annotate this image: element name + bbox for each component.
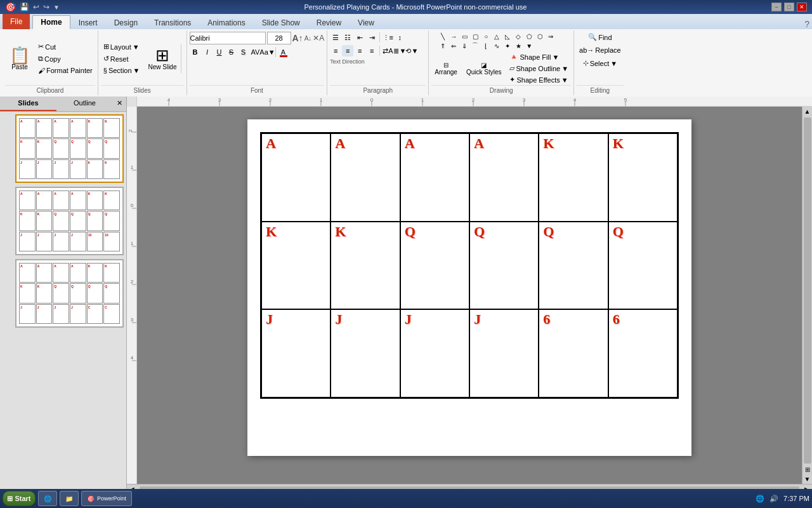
slides-tab[interactable]: Slides <box>0 97 56 111</box>
font-name-input[interactable] <box>190 32 266 44</box>
card-cell-r0c3[interactable]: A <box>469 133 539 222</box>
shape-line[interactable]: ╲ <box>438 32 448 41</box>
tab-animations[interactable]: Animations <box>199 15 253 29</box>
clear-format-btn[interactable]: ✕A <box>313 34 324 43</box>
card-cell-r1c2[interactable]: Q <box>400 222 469 310</box>
minimize-btn[interactable]: − <box>771 3 782 11</box>
tab-transitions[interactable]: Transitions <box>146 15 199 29</box>
indent-less-btn[interactable]: ⇤ <box>354 32 365 43</box>
quick-save[interactable]: 💾 <box>20 3 29 11</box>
shape-more[interactable]: ▼ <box>524 41 534 50</box>
line-spacing-btn[interactable]: ↕ <box>394 32 405 43</box>
tab-review[interactable]: Review <box>308 15 350 29</box>
redo-btn[interactable]: ↪ <box>43 3 49 11</box>
card-cell-r2c0[interactable]: J <box>261 309 331 398</box>
slide-thumb-1[interactable]: A A A A K K K K Q Q Q Q <box>15 114 124 183</box>
shadow-btn[interactable]: S <box>238 46 249 58</box>
shape-arrow5[interactable]: ⇓ <box>459 41 469 50</box>
indent-more-btn[interactable]: ⇥ <box>366 32 377 43</box>
card-cell-r1c5[interactable]: Q <box>608 222 678 310</box>
taskbar-powerpoint[interactable]: 🎯 PowerPoint <box>81 491 132 506</box>
outline-tab[interactable]: Outline <box>56 97 113 111</box>
canvas-scroll[interactable]: A A A A <box>137 107 802 484</box>
shape-hex[interactable]: ⬡ <box>535 32 545 41</box>
card-cell-r1c3[interactable]: Q <box>469 222 539 310</box>
slide-item-2[interactable]: 2 A A A A K K K K <box>3 187 124 255</box>
card-cell-r2c4[interactable]: 6 <box>539 309 608 398</box>
arrange-button[interactable]: ⊟ Arrange <box>431 60 461 77</box>
shape-rect[interactable]: ▭ <box>459 32 469 41</box>
text-direction-btn[interactable]: ⇄A <box>382 45 393 57</box>
font-color-btn[interactable]: A <box>278 46 289 58</box>
tab-insert[interactable]: Insert <box>70 15 106 29</box>
numbering-btn[interactable]: ☷ <box>342 32 353 43</box>
slide-thumb-3[interactable]: A A A A K K K K Q Q Q Q <box>15 259 124 328</box>
underline-btn[interactable]: U <box>214 46 225 58</box>
justify-btn[interactable]: ≡ <box>366 45 377 57</box>
scroll-down-btn[interactable]: ▼ <box>803 474 812 484</box>
card-cell-r0c0[interactable]: A <box>261 133 331 222</box>
card-cell-r0c5[interactable]: K <box>608 133 678 222</box>
shape-triangle[interactable]: △ <box>492 32 502 41</box>
scroll-up-btn[interactable]: ▲ <box>803 107 812 116</box>
shape-arrow4[interactable]: ⇐ <box>449 41 459 50</box>
shape-star5[interactable]: ★ <box>513 41 523 50</box>
align-right-btn[interactable]: ≡ <box>354 45 365 57</box>
scroll-thumb[interactable] <box>804 117 811 464</box>
replace-button[interactable]: ab→ Replace <box>577 45 624 55</box>
align-center-btn[interactable]: ≡ <box>342 45 353 57</box>
select-button[interactable]: ⊹ Select▼ <box>580 58 620 69</box>
right-scrollbar[interactable]: ▲ ⊞ ▼ <box>802 107 812 484</box>
slide-item-1[interactable]: 1 A A A A K K K K <box>3 114 124 183</box>
columns-btn[interactable]: ⋮≡ <box>382 32 393 43</box>
quick-styles-button[interactable]: ◪ Quick Styles <box>463 60 505 77</box>
undo-btn[interactable]: ↩ <box>33 3 39 11</box>
tab-view[interactable]: View <box>350 15 383 29</box>
shape-rtriangle[interactable]: ◺ <box>502 32 513 41</box>
shape-oval[interactable]: ○ <box>481 32 491 41</box>
shape-outline-btn[interactable]: ▱ Shape Outline▼ <box>507 63 571 74</box>
help-btn[interactable]: ? <box>804 19 809 29</box>
change-case-btn[interactable]: Aa▼ <box>262 46 273 58</box>
shape-arrow[interactable]: → <box>449 32 459 41</box>
taskbar-folder[interactable]: 📁 <box>60 491 79 506</box>
font-size-input[interactable] <box>267 32 291 44</box>
find-button[interactable]: 🔍 Find <box>586 32 614 43</box>
align-text-btn[interactable]: ≣▼ <box>394 45 405 57</box>
slide-container[interactable]: A A A A <box>247 119 691 456</box>
taskbar-explorer[interactable]: 🌐 <box>38 491 57 506</box>
card-cell-r0c4[interactable]: K <box>539 133 608 222</box>
section-button[interactable]: § Section▼ <box>101 65 143 76</box>
new-slide-button[interactable]: ⊞ New Slide <box>143 44 181 74</box>
paste-button[interactable]: 📋 Paste <box>5 44 34 74</box>
italic-btn[interactable]: I <box>202 46 213 58</box>
shape-arrow3[interactable]: ⇑ <box>438 41 448 50</box>
shape-star4[interactable]: ✦ <box>502 41 513 50</box>
slide-thumb-2[interactable]: A A A A K K K K Q Q Q Q <box>15 187 124 255</box>
shape-freeform[interactable]: ∿ <box>492 41 502 50</box>
smartart-btn[interactable]: ⟲▼ <box>406 45 417 57</box>
close-btn[interactable]: ✕ <box>797 3 807 11</box>
card-cell-r2c2[interactable]: J <box>400 309 469 398</box>
format-painter-button[interactable]: 🖌 Format Painter <box>36 65 95 76</box>
bullets-btn[interactable]: ☰ <box>330 32 341 43</box>
card-cell-r1c0[interactable]: K <box>261 222 331 310</box>
customize-btn[interactable]: ▼ <box>53 4 60 11</box>
card-cell-r0c1[interactable]: A <box>331 133 400 222</box>
shape-arc[interactable]: ⌒ <box>470 41 480 50</box>
shape-rounded-rect[interactable]: ▢ <box>470 32 480 41</box>
shape-brace[interactable]: ⌊ <box>481 41 491 50</box>
tab-file[interactable]: File <box>3 14 30 29</box>
card-cell-r1c1[interactable]: K <box>331 222 400 310</box>
layout-button[interactable]: ⊞ Layout▼ <box>101 41 143 52</box>
close-panel-btn[interactable]: ✕ <box>113 97 126 111</box>
card-cell-r0c2[interactable]: A <box>400 133 469 222</box>
increase-font-btn[interactable]: A↑ <box>292 33 303 43</box>
tab-slideshow[interactable]: Slide Show <box>254 15 308 29</box>
card-cell-r2c5[interactable]: 6 <box>608 309 678 398</box>
shape-fill-btn[interactable]: 🔺 Shape Fill▼ <box>507 51 571 62</box>
shape-effects-btn[interactable]: ✦ Shape Effects▼ <box>507 74 571 85</box>
tab-home[interactable]: Home <box>32 15 70 29</box>
bold-btn[interactable]: B <box>190 46 201 58</box>
start-button[interactable]: ⊞ Start <box>3 491 36 506</box>
